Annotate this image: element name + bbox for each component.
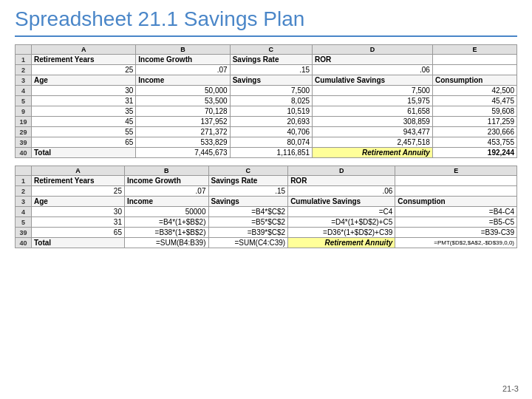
table-row: 1 Retirement Years Income Growth Savings… (16, 176, 517, 186)
f-cell-b4: 50000 (124, 207, 208, 217)
table-row: 4 30 50,000 7,500 7,500 42,500 (16, 86, 517, 96)
cell-d29: 943,477 (313, 127, 433, 137)
row-num: 40 (16, 238, 32, 248)
cell-a1: Retirement Years (32, 55, 136, 65)
f-cell-d40: Retirement Annuity (288, 238, 395, 248)
cell-e40: 192,244 (432, 148, 516, 158)
cell-e4: 42,500 (432, 86, 516, 96)
f-cell-b5: =B4*(1+$B$2) (124, 217, 208, 228)
f-cell-c3: Savings (208, 197, 288, 207)
cell-c19: 20,693 (230, 117, 312, 127)
cell-c39: 80,074 (230, 137, 312, 148)
cell-d3: Cumulative Savings (313, 75, 433, 86)
cell-d39: 2,457,518 (313, 137, 433, 148)
f-cell-b40: =SUM(B4:B39) (124, 238, 208, 248)
f-cell-c2: .15 (208, 186, 288, 197)
cell-b29: 271,372 (136, 127, 230, 137)
f-cell-d4: =C4 (288, 207, 395, 217)
cell-a5: 31 (32, 96, 136, 106)
f-cell-b3: Income (124, 197, 208, 207)
cell-d5: 15,975 (313, 96, 433, 106)
row-num: 9 (16, 106, 32, 117)
f-cell-a4: 30 (32, 207, 125, 217)
cell-e29: 230,666 (432, 127, 516, 137)
values-table-container: A B C D E 1 Retirement Years Income Grow… (15, 44, 517, 158)
col-e-header: E (432, 45, 516, 55)
formula-table-container: A B C D E 1 Retirement Years Income Grow… (15, 166, 517, 248)
col-e2-header: E (395, 166, 517, 176)
cell-c2: .15 (230, 65, 312, 75)
table-row: 4 30 50000 =B4*$C$2 =C4 =B4-C4 (16, 207, 517, 217)
table-row: 9 35 70,128 10,519 61,658 59,608 (16, 106, 517, 117)
f-cell-c5: =B5*$C$2 (208, 217, 288, 228)
cell-c4: 7,500 (230, 86, 312, 96)
cell-a39: 65 (32, 137, 136, 148)
page-number: 21-3 (502, 384, 519, 393)
cell-b4: 50,000 (136, 86, 230, 96)
cell-b1: Income Growth (136, 55, 230, 65)
f-cell-e5: =B5-C5 (395, 217, 517, 228)
f-cell-a3: Age (32, 197, 125, 207)
table-row: 5 31 =B4*(1+$B$2) =B5*$C$2 =D4*(1+$D$2)+… (16, 217, 517, 228)
cell-e5: 45,475 (432, 96, 516, 106)
f-cell-d3: Cumulative Savings (288, 197, 395, 207)
row-num: 40 (16, 148, 32, 158)
f-cell-d2: .06 (288, 186, 395, 197)
f-cell-e4: =B4-C4 (395, 207, 517, 217)
col-corner (16, 45, 32, 55)
table-row: 19 45 137,952 20,693 308,859 117,259 (16, 117, 517, 127)
f-cell-e39: =B39-C39 (395, 228, 517, 238)
table-row: 40 Total =SUM(B4:B39) =SUM(C4:C39) Retir… (16, 238, 517, 248)
cell-d2: .06 (313, 65, 433, 75)
row-num: 3 (16, 197, 32, 207)
f-cell-b1: Income Growth (124, 176, 208, 186)
table-row: 40 Total 7,445,673 1,116,851 Retirement … (16, 148, 517, 158)
cell-c29: 40,706 (230, 127, 312, 137)
row-num: 2 (16, 186, 32, 197)
table-row: 2 25 .07 .15 .06 (16, 186, 517, 197)
cell-d9: 61,658 (313, 106, 433, 117)
f-cell-a2: 25 (32, 186, 125, 197)
cell-e39: 453,755 (432, 137, 516, 148)
col-d2-header: D (288, 166, 395, 176)
cell-a4: 30 (32, 86, 136, 96)
cell-b19: 137,952 (136, 117, 230, 127)
table-row: 5 31 53,500 8,025 15,975 45,475 (16, 96, 517, 106)
f-cell-e2 (395, 186, 517, 197)
f-cell-d5: =D4*(1+$D$2)+C5 (288, 217, 395, 228)
row-num: 39 (16, 137, 32, 148)
cell-a9: 35 (32, 106, 136, 117)
f-cell-c4: =B4*$C$2 (208, 207, 288, 217)
row-num: 3 (16, 75, 32, 86)
row-num: 1 (16, 176, 32, 186)
f-cell-a1: Retirement Years (32, 176, 125, 186)
cell-e2 (432, 65, 516, 75)
col-b-header: B (136, 45, 230, 55)
page-title: Spreadsheet 21.1 Savings Plan (15, 7, 517, 37)
f-cell-b39: =B38*(1+$B$2) (124, 228, 208, 238)
table-row: 29 55 271,372 40,706 943,477 230,666 (16, 127, 517, 137)
f-cell-a40: Total (32, 238, 125, 248)
col-d-header: D (313, 45, 433, 55)
cell-e1 (432, 55, 516, 65)
formula-table: A B C D E 1 Retirement Years Income Grow… (15, 166, 517, 248)
cell-e3: Consumption (432, 75, 516, 86)
cell-d40: Retirement Annuity (313, 148, 433, 158)
col-b2-header: B (124, 166, 208, 176)
cell-e9: 59,608 (432, 106, 516, 117)
table-row: 3 Age Income Savings Cumulative Savings … (16, 197, 517, 207)
row-num: 1 (16, 55, 32, 65)
f-cell-a39: 65 (32, 228, 125, 238)
cell-b5: 53,500 (136, 96, 230, 106)
cell-c1: Savings Rate (230, 55, 312, 65)
values-table: A B C D E 1 Retirement Years Income Grow… (15, 44, 517, 158)
f-cell-e3: Consumption (395, 197, 517, 207)
cell-e19: 117,259 (432, 117, 516, 127)
f-cell-e40: =PMT($D$2,$A$2,-$D$39,0,0) (395, 238, 517, 248)
f-cell-d39: =D36*(1+$D$2)+C39 (288, 228, 395, 238)
col-c2-header: C (208, 166, 288, 176)
cell-c40: 1,116,851 (230, 148, 312, 158)
row-num: 5 (16, 96, 32, 106)
table-row: 3 Age Income Savings Cumulative Savings … (16, 75, 517, 86)
cell-d1: ROR (313, 55, 433, 65)
